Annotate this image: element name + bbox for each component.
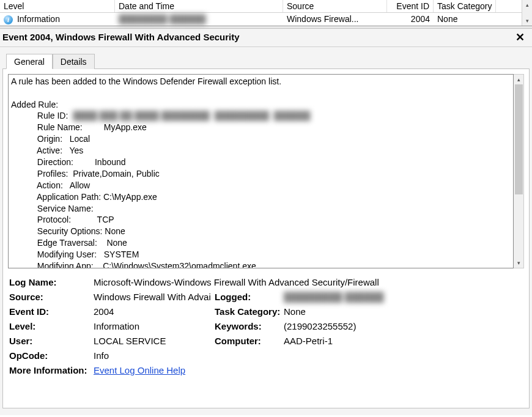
taskcat-label: Task Category: <box>215 306 284 317</box>
event-list: Level Date and Time Source Event ID Task… <box>0 0 532 26</box>
keywords-label: Keywords: <box>215 321 284 331</box>
opcode-value: Info <box>94 350 523 361</box>
scroll-thumb[interactable] <box>515 84 523 194</box>
event-metadata: Log Name: Microsoft-Windows-Windows Fire… <box>8 277 524 375</box>
event-description[interactable]: A rule has been added to the Windows Def… <box>8 74 514 268</box>
close-icon[interactable]: ✕ <box>513 31 527 44</box>
cell-source: Windows Firewal... <box>283 13 387 24</box>
event-list-scrollbar[interactable]: ▴ ▾ <box>522 0 532 26</box>
scroll-down-icon[interactable]: ▾ <box>517 258 520 268</box>
grid-header: Level Date and Time Source Event ID Task… <box>0 0 522 13</box>
tab-general[interactable]: General <box>6 54 53 69</box>
computer-label: Computer: <box>215 336 284 346</box>
detail-body: General Details A rule has been added to… <box>0 47 532 415</box>
level-value: Information <box>94 321 215 331</box>
scroll-up-icon[interactable]: ▴ <box>517 75 520 84</box>
col-level[interactable]: Level <box>0 0 115 12</box>
col-source[interactable]: Source <box>283 0 387 12</box>
log-name-label: Log Name: <box>9 277 94 287</box>
col-date[interactable]: Date and Time <box>115 0 283 12</box>
cell-task: None <box>434 13 461 24</box>
taskcat-value: None <box>284 306 523 317</box>
source-label: Source: <box>9 292 94 302</box>
cell-level-text: Information <box>17 14 60 24</box>
information-icon: i <box>4 15 13 24</box>
col-eventid[interactable]: Event ID <box>387 0 434 12</box>
logged-label: Logged: <box>215 292 284 302</box>
event-row[interactable]: i Information ████████ ██████ Windows Fi… <box>0 13 522 26</box>
detail-title: Event 2004, Windows Firewall With Advanc… <box>2 32 513 42</box>
computer-value: AAD-Petri-1 <box>284 336 523 346</box>
event-log-online-help-link[interactable]: Event Log Online Help <box>94 365 185 375</box>
col-task[interactable]: Task Category <box>434 0 496 12</box>
tab-details[interactable]: Details <box>53 54 95 69</box>
level-label: Level: <box>9 321 94 331</box>
tab-panel-general: A rule has been added to the Windows Def… <box>2 68 530 408</box>
scroll-up-icon[interactable]: ▴ <box>526 0 529 10</box>
user-value: LOCAL SERVICE <box>94 336 215 346</box>
moreinfo-label: More Information: <box>9 365 107 375</box>
opcode-label: OpCode: <box>9 350 94 361</box>
tab-strip: General Details <box>6 53 530 68</box>
cell-eventid: 2004 <box>387 13 434 24</box>
cell-level: i Information <box>0 13 115 25</box>
eventid-value: 2004 <box>94 306 215 317</box>
source-value: Windows Firewall With Advai <box>94 292 215 302</box>
description-scrollbar[interactable]: ▴ ▾ <box>514 74 524 268</box>
scroll-down-icon[interactable]: ▾ <box>526 16 529 26</box>
eventid-label: Event ID: <box>9 306 94 317</box>
log-name-value: Microsoft-Windows-Windows Firewall With … <box>94 277 523 287</box>
cell-date: ████████ ██████ <box>115 13 283 24</box>
user-label: User: <box>9 336 94 346</box>
keywords-value: (2199023255552) <box>284 321 523 331</box>
detail-header: Event 2004, Windows Firewall With Advanc… <box>0 29 532 47</box>
logged-value: █████████ ██████ <box>284 292 523 302</box>
